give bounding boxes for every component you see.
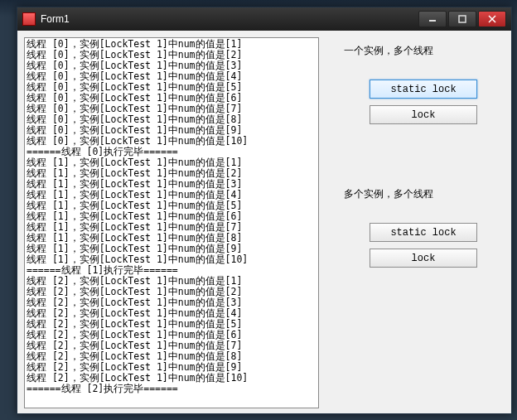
close-icon: [488, 15, 496, 23]
form1-window: Form1 线程 [0]，实例[LockTest 1]中num的值是[1] 线程…: [17, 7, 512, 414]
section-label: 多个实例，多个线程: [344, 187, 503, 201]
lock-button-2[interactable]: lock: [370, 249, 477, 268]
form-icon: [22, 12, 36, 26]
static-lock-button-2[interactable]: static lock: [370, 223, 477, 242]
section-multi-instance: 多个实例，多个线程 static lock lock: [344, 187, 503, 268]
client-area: 线程 [0]，实例[LockTest 1]中num的值是[1] 线程 [0]，实…: [17, 31, 511, 413]
section-single-instance: 一个实例，多个线程 static lock lock: [344, 44, 503, 124]
svg-rect-1: [459, 16, 466, 22]
minimize-button[interactable]: [418, 11, 447, 27]
minimize-icon: [428, 15, 437, 23]
static-lock-button[interactable]: static lock: [370, 80, 477, 99]
left-pane: 线程 [0]，实例[LockTest 1]中num的值是[1] 线程 [0]，实…: [17, 31, 336, 413]
close-button[interactable]: [478, 11, 506, 27]
maximize-button[interactable]: [448, 11, 476, 27]
section-label: 一个实例，多个线程: [344, 44, 503, 58]
output-listbox[interactable]: 线程 [0]，实例[LockTest 1]中num的值是[1] 线程 [0]，实…: [24, 37, 319, 408]
right-pane: 一个实例，多个线程 static lock lock 多个实例，多个线程 sta…: [336, 31, 511, 413]
titlebar[interactable]: Form1: [17, 7, 511, 31]
maximize-icon: [458, 15, 466, 23]
window-title: Form1: [41, 13, 70, 25]
lock-button[interactable]: lock: [370, 105, 477, 124]
